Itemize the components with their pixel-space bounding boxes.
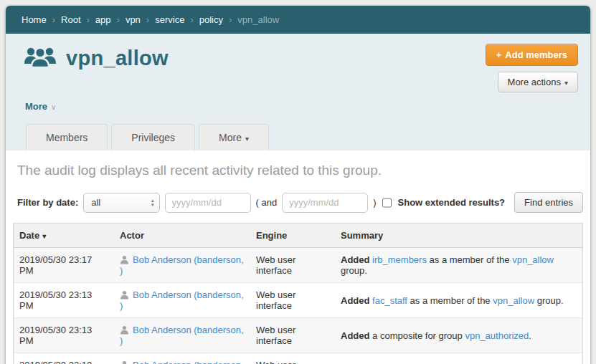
column-header-engine: Engine bbox=[250, 224, 335, 248]
add-members-button[interactable]: +Add members bbox=[486, 44, 578, 66]
group-link[interactable]: vpn_authorized bbox=[465, 330, 529, 341]
date-cell: 2019/05/30 23:13 PM bbox=[14, 283, 114, 318]
sort-desc-icon: ▾ bbox=[42, 232, 46, 240]
actor-cell: Bob Anderson (banderson, ) bbox=[114, 318, 250, 353]
breadcrumb-link[interactable]: service bbox=[155, 14, 184, 25]
date-to-input[interactable] bbox=[282, 193, 368, 213]
actor-cell: Bob Anderson (banderson, ) bbox=[114, 248, 250, 283]
column-header-actor: Actor bbox=[114, 224, 250, 248]
tab-more[interactable]: More▾ bbox=[199, 124, 269, 150]
date-range-value: all bbox=[91, 197, 100, 208]
show-extended-results-label: Show extended results? bbox=[398, 197, 506, 208]
column-header-summary: Summary bbox=[335, 224, 582, 248]
summary-action-text: Added bbox=[341, 254, 369, 265]
filter-by-date-label: Filter by date: bbox=[17, 197, 78, 208]
person-icon bbox=[120, 360, 129, 364]
summary-cell: Added fac_staff as a member of the vpn_a… bbox=[335, 283, 582, 318]
group-header: vpn_allow +Add members More actions▾ Mor… bbox=[6, 34, 590, 150]
select-stepper-icon: ▴▾ bbox=[151, 198, 154, 207]
summary-action-text: Added bbox=[341, 330, 369, 341]
actor-link[interactable]: Bob Anderson (banderson, ) bbox=[120, 289, 244, 311]
table-row: 2019/05/30 23:13 PM Bob Anderson (bander… bbox=[14, 318, 582, 353]
breadcrumb-link[interactable]: policy bbox=[199, 14, 223, 25]
person-icon bbox=[120, 325, 129, 335]
group-link[interactable]: fac_staff bbox=[372, 295, 407, 306]
summary-cell: Added irb_members as a member of the vpn… bbox=[335, 248, 582, 283]
chevron-right-icon: › bbox=[190, 14, 193, 25]
header-top: vpn_allow +Add members More actions▾ bbox=[16, 42, 580, 92]
close-paren-text: ) bbox=[373, 197, 376, 208]
breadcrumb-link[interactable]: Root bbox=[61, 14, 80, 25]
plus-icon: + bbox=[496, 49, 502, 60]
person-icon bbox=[120, 255, 129, 264]
find-entries-button[interactable]: Find entries bbox=[514, 192, 583, 213]
engine-cell: Web user interface bbox=[250, 318, 335, 353]
chevron-right-icon: › bbox=[229, 14, 232, 25]
header-more-link[interactable]: More∨ bbox=[25, 101, 56, 112]
group-link[interactable]: irb_members bbox=[372, 254, 427, 265]
audit-log-table: Date▾ActorEngineSummary 2019/05/30 23:17… bbox=[14, 224, 582, 364]
chevron-right-icon: › bbox=[146, 14, 149, 25]
table-header-row: Date▾ActorEngineSummary bbox=[14, 224, 582, 248]
group-page-card: Home›Root›app›vpn›service›policy›vpn_all… bbox=[6, 6, 590, 364]
person-icon bbox=[120, 290, 129, 300]
audit-log-content: The audit log displays all recent activi… bbox=[6, 163, 590, 364]
more-actions-label: More actions bbox=[508, 77, 561, 87]
tab-bar: MembersPrivilegesMore▾ bbox=[26, 124, 580, 150]
actor-link[interactable]: Bob Anderson (banderson, ) bbox=[120, 325, 244, 346]
actor-cell: Bob Anderson (banderson, ) bbox=[114, 283, 250, 318]
show-extended-results-checkbox[interactable] bbox=[382, 198, 392, 208]
title-wrap: vpn_allow bbox=[24, 45, 169, 72]
engine-cell: Web user interface bbox=[250, 283, 335, 318]
actor-link[interactable]: Bob Anderson (banderson, ) bbox=[120, 254, 244, 276]
add-members-label: Add members bbox=[505, 49, 567, 60]
breadcrumb-link[interactable]: vpn bbox=[126, 14, 141, 25]
caret-down-icon: ▾ bbox=[245, 135, 249, 143]
chevron-down-icon: ∨ bbox=[51, 103, 56, 111]
table-row: 2019/05/30 23:17 PM Bob Anderson (bander… bbox=[14, 248, 582, 283]
page-title: vpn_allow bbox=[66, 47, 169, 70]
actor-cell: Bob Anderson (banderson, ) bbox=[114, 353, 250, 364]
chevron-right-icon: › bbox=[117, 14, 120, 25]
intro-text: The audit log displays all recent activi… bbox=[17, 163, 579, 178]
header-actions: +Add members More actions▾ bbox=[486, 42, 580, 92]
date-from-input[interactable] bbox=[165, 193, 251, 213]
date-cell: 2019/05/30 23:10 PM bbox=[14, 353, 114, 364]
breadcrumb-current: vpn_allow bbox=[237, 14, 279, 25]
summary-cell: Added a composite for group vpn_authoriz… bbox=[335, 318, 582, 353]
tab-members[interactable]: Members bbox=[26, 124, 108, 150]
caret-down-icon: ▾ bbox=[564, 79, 568, 87]
breadcrumb-link[interactable]: Home bbox=[22, 14, 47, 25]
filter-row: Filter by date: all ▴▾ ( and ) Show exte… bbox=[17, 192, 583, 213]
group-link[interactable]: vpn_allow bbox=[512, 254, 554, 265]
summary-action-text: Added bbox=[341, 295, 369, 306]
breadcrumb: Home›Root›app›vpn›service›policy›vpn_all… bbox=[6, 6, 590, 34]
breadcrumb-link[interactable]: app bbox=[95, 14, 111, 25]
table-body: 2019/05/30 23:17 PM Bob Anderson (bander… bbox=[14, 248, 582, 364]
group-link[interactable]: vpn_allow bbox=[493, 295, 534, 306]
actor-link[interactable]: Bob Anderson (banderson, ) bbox=[120, 360, 244, 364]
header-more-label: More bbox=[25, 101, 47, 112]
summary-cell: Added group vpn_allow. bbox=[335, 353, 582, 364]
engine-cell: Web user interface bbox=[250, 248, 335, 283]
more-actions-button[interactable]: More actions▾ bbox=[498, 72, 578, 92]
audit-log-table-wrap: Date▾ActorEngineSummary 2019/05/30 23:17… bbox=[13, 223, 583, 364]
chevron-right-icon: › bbox=[87, 14, 90, 25]
and-text: ( and bbox=[256, 197, 278, 208]
engine-cell: Web user interface bbox=[250, 353, 335, 364]
tab-privileges[interactable]: Privileges bbox=[111, 124, 195, 150]
date-cell: 2019/05/30 23:17 PM bbox=[14, 248, 114, 283]
column-header-date[interactable]: Date▾ bbox=[14, 224, 114, 248]
table-row: 2019/05/30 23:13 PM Bob Anderson (bander… bbox=[14, 283, 582, 318]
date-cell: 2019/05/30 23:13 PM bbox=[14, 318, 114, 353]
table-row: 2019/05/30 23:10 PM Bob Anderson (bander… bbox=[14, 353, 582, 364]
group-users-icon bbox=[24, 45, 57, 72]
chevron-right-icon: › bbox=[52, 14, 55, 25]
date-range-select[interactable]: all ▴▾ bbox=[83, 193, 159, 213]
